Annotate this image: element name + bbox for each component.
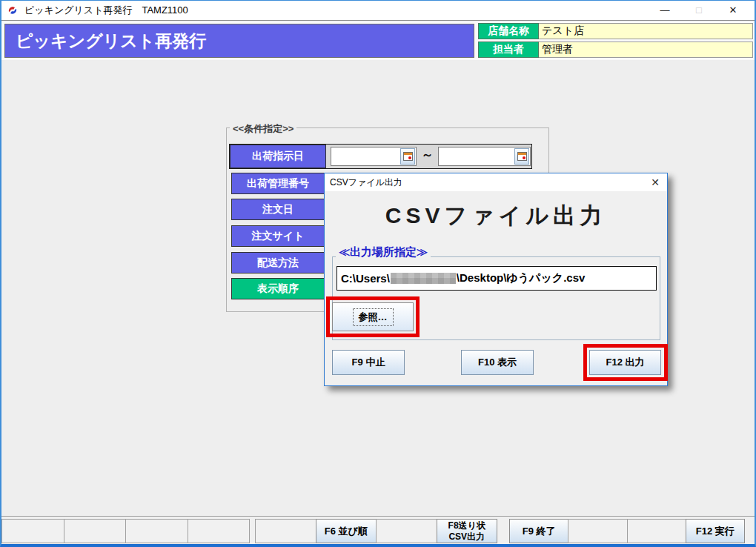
store-name-label: 店舗名称: [478, 23, 539, 39]
condition-legend: <<条件指定>>: [230, 122, 296, 136]
display-order-label: 表示順序: [231, 278, 325, 299]
browse-button[interactable]: 参照…: [332, 302, 414, 331]
fn-slot-f3: [125, 519, 188, 543]
ship-date-from-input[interactable]: [331, 147, 417, 166]
dialog-title: CSVファイル出力: [325, 176, 402, 189]
fn-slot-f4: [188, 519, 251, 543]
fn-slot-f7: [376, 519, 437, 543]
ship-date-to-input[interactable]: [438, 147, 531, 166]
main-area: <<条件指定>> 出荷指示日 ～ 出荷管理番号 注文日 注文サイト 配送方法 表…: [0, 60, 756, 516]
output-path-field[interactable]: C:\Users\ \Desktop\ゆうパック.csv: [336, 266, 657, 291]
fn-slot-f2: [64, 519, 127, 543]
window-title: ピッキングリスト再発行 TAMZ1100: [24, 4, 188, 17]
dialog-close-icon[interactable]: ✕: [651, 176, 660, 188]
calendar-icon: [403, 152, 413, 161]
f10-show-button[interactable]: F10 表示: [461, 350, 534, 375]
fn-slot-f10: [568, 519, 627, 543]
f6-sort-order-button[interactable]: F6 並び順: [316, 519, 377, 543]
app-window: ピッキングリスト再発行 TAMZ1100 — □ ✕ ピッキングリスト再発行 店…: [0, 0, 756, 547]
store-name-value: テスト店: [539, 23, 753, 39]
csv-output-dialog: CSVファイル出力 ✕ CSVファイル出力 ≪出力場所指定≫ C:\Users\…: [324, 173, 668, 386]
f12-execute-button[interactable]: F12 実行: [686, 519, 745, 543]
date-picker-button[interactable]: [514, 148, 529, 165]
maximize-icon: □: [682, 1, 716, 20]
fn-group-2: F6 並び順 F8送り状 CSV出力: [255, 519, 497, 543]
minimize-icon[interactable]: —: [648, 1, 682, 20]
output-location-legend: ≪出力場所指定≫: [336, 245, 431, 259]
order-site-label: 注文サイト: [231, 225, 325, 247]
fn-group-1: [1, 519, 249, 543]
ship-date-row: 出荷指示日 ～: [229, 144, 532, 169]
app-icon: [7, 4, 19, 16]
store-name-row: 店舗名称 テスト店: [478, 23, 753, 39]
date-picker-button[interactable]: [400, 148, 415, 165]
window-controls: — □ ✕: [648, 1, 750, 20]
close-icon[interactable]: ✕: [716, 1, 750, 20]
f12-output-button[interactable]: F12 出力: [589, 350, 661, 375]
f9-cancel-button[interactable]: F9 中止: [332, 350, 405, 375]
browse-button-label: 参照…: [353, 308, 394, 326]
ship-mgmt-number-label: 出荷管理番号: [231, 173, 325, 194]
path-prefix: C:\Users\: [341, 272, 390, 285]
fn-slot-f1: [1, 519, 64, 543]
calendar-icon: [517, 152, 527, 161]
ship-date-label: 出荷指示日: [230, 145, 326, 168]
fn-slot-f5: [255, 519, 316, 543]
path-suffix: \Desktop\ゆうパック.csv: [457, 271, 585, 285]
staff-value: 管理者: [539, 42, 753, 58]
fn-group-3: F9 終了 F12 実行: [509, 519, 744, 543]
function-key-bar: F6 並び順 F8送り状 CSV出力 F9 終了 F12 実行: [0, 516, 756, 547]
delivery-method-label: 配送方法: [231, 252, 325, 274]
f8-shipping-label-csv-button[interactable]: F8送り状 CSV出力: [437, 519, 498, 543]
app-header: ピッキングリスト再発行 店舗名称 テスト店 担当者 管理者: [0, 21, 756, 60]
dialog-title-bar: CSVファイル出力 ✕: [325, 173, 667, 191]
page-title: ピッキングリスト再発行: [4, 24, 474, 58]
redacted-username: [391, 273, 456, 284]
dialog-heading: CSVファイル出力: [325, 201, 667, 231]
staff-label: 担当者: [478, 42, 539, 58]
fn-slot-f11: [627, 519, 686, 543]
f9-exit-button[interactable]: F9 終了: [509, 519, 568, 543]
title-bar: ピッキングリスト再発行 TAMZ1100 — □ ✕: [0, 0, 756, 21]
order-date-label: 注文日: [231, 199, 325, 220]
date-range-separator: ～: [417, 147, 438, 163]
staff-row: 担当者 管理者: [478, 42, 753, 58]
